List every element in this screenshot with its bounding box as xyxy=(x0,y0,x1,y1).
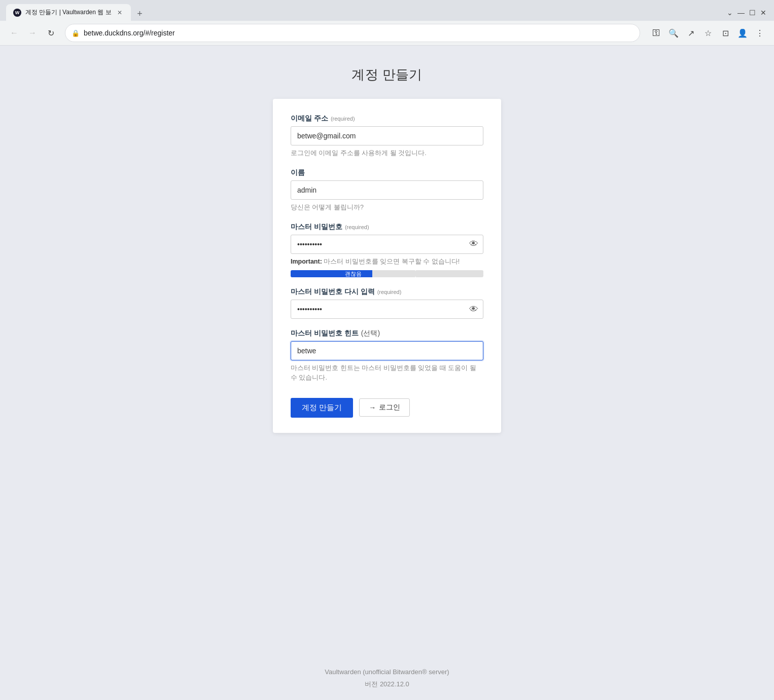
address-bar[interactable]: 🔒 betwe.duckdns.org/#/register xyxy=(65,24,640,42)
important-label: Important: xyxy=(291,258,322,265)
name-hint: 당신은 어떻게 불립니까? xyxy=(291,203,483,212)
active-tab[interactable]: W 계정 만들기 | Vaultwarden 웹 보 ✕ xyxy=(6,4,131,21)
key-button[interactable]: ⚿ xyxy=(648,25,664,41)
share-button[interactable]: ↗ xyxy=(683,25,699,41)
page-title: 계정 만들기 xyxy=(351,66,422,84)
title-bar: W 계정 만들기 | Vaultwarden 웹 보 ✕ + ⌄ — ☐ xyxy=(0,0,774,21)
master-password-input[interactable] xyxy=(291,235,483,254)
email-label: 이메일 주소 (required) xyxy=(291,114,483,123)
hint-field-group: 마스터 비밀번호 힌트 (선택) 마스터 비밀번호 힌트는 마스터 비밀번호를 … xyxy=(291,329,483,383)
tab-favicon: W xyxy=(13,9,21,17)
login-button[interactable]: → 로그인 xyxy=(359,398,410,417)
form-actions: 계정 만들기 → 로그인 xyxy=(291,398,483,418)
split-view-button[interactable]: ⊡ xyxy=(717,25,733,41)
minimize-button[interactable]: — xyxy=(736,8,746,17)
toolbar-actions: ⚿ 🔍 ↗ ☆ ⊡ 👤 ⋮ xyxy=(648,25,768,41)
email-required-badge: (required) xyxy=(331,116,355,122)
master-confirm-label: 마스터 비밀번호 다시 입력 (required) xyxy=(291,287,483,297)
window-controls: ⌄ — ☐ ✕ xyxy=(725,8,768,17)
profile-button[interactable]: 👤 xyxy=(734,25,751,41)
registration-form: 이메일 주소 (required) 로그인에 이메일 주소를 사용하게 될 것입… xyxy=(273,99,501,433)
login-icon: → xyxy=(369,403,376,412)
name-label: 이름 xyxy=(291,168,483,177)
login-label: 로그인 xyxy=(379,403,400,412)
name-field-group: 이름 당신은 어떻게 불립니까? xyxy=(291,168,483,212)
master-confirm-field-group: 마스터 비밀번호 다시 입력 (required) 👁 xyxy=(291,287,483,319)
master-password-wrapper: 👁 xyxy=(291,235,483,254)
master-confirm-wrapper: 👁 xyxy=(291,300,483,319)
browser-chrome: W 계정 만들기 | Vaultwarden 웹 보 ✕ + ⌄ — ☐ xyxy=(0,0,774,46)
tab-close-button[interactable]: ✕ xyxy=(116,9,124,17)
footer-line1: Vaultwarden (unofficial Bitwarden® serve… xyxy=(10,666,764,678)
email-hint: 로그인에 이메일 주소를 사용하게 될 것입니다. xyxy=(291,149,483,158)
url-text: betwe.duckdns.org/#/register xyxy=(84,29,634,37)
search-button[interactable]: 🔍 xyxy=(665,25,682,41)
warning-text: 마스터 비밀번호를 잊으면 복구할 수 없습니다! xyxy=(324,258,460,265)
page-content: 계정 만들기 이메일 주소 (required) 로그인에 이메일 주소를 사용… xyxy=(0,46,774,656)
master-password-label: 마스터 비밀번호 (required) xyxy=(291,223,483,232)
hint-optional-badge: (선택) xyxy=(361,329,380,338)
toggle-confirm-password-button[interactable]: 👁 xyxy=(469,304,478,315)
hint-input[interactable] xyxy=(291,341,483,360)
name-input[interactable] xyxy=(291,180,483,200)
footer-line2: 버전 2022.12.0 xyxy=(10,678,764,690)
email-field-group: 이메일 주소 (required) 로그인에 이메일 주소를 사용하게 될 것입… xyxy=(291,114,483,158)
toggle-master-password-button[interactable]: 👁 xyxy=(469,239,478,249)
maximize-button[interactable]: ☐ xyxy=(748,8,757,17)
tab-title: 계정 만들기 | Vaultwarden 웹 보 xyxy=(25,8,112,17)
strength-label: 괜찮음 xyxy=(291,270,416,277)
email-input[interactable] xyxy=(291,126,483,145)
master-confirm-input[interactable] xyxy=(291,300,483,319)
chevron-down-icon[interactable]: ⌄ xyxy=(725,8,734,17)
close-button[interactable]: ✕ xyxy=(759,8,768,17)
back-button[interactable]: ← xyxy=(6,25,22,41)
footer: Vaultwarden (unofficial Bitwarden® serve… xyxy=(0,656,774,700)
hint-description: 마스터 비밀번호 힌트는 마스터 비밀번호를 잊었을 때 도움이 될 수 있습니… xyxy=(291,363,483,383)
bookmark-button[interactable]: ☆ xyxy=(700,25,716,41)
hint-label: 마스터 비밀번호 힌트 (선택) xyxy=(291,329,483,338)
menu-button[interactable]: ⋮ xyxy=(752,25,768,41)
new-tab-button[interactable]: + xyxy=(133,7,147,21)
password-strength-bar: 괜찮음 xyxy=(291,270,483,277)
master-password-required-badge: (required) xyxy=(345,224,369,230)
master-confirm-required-badge: (required) xyxy=(377,289,402,295)
toolbar: ← → ↻ 🔒 betwe.duckdns.org/#/register ⚿ 🔍… xyxy=(0,21,774,45)
strength-bar-outer: 괜찮음 xyxy=(291,270,416,277)
master-password-warning: Important: 마스터 비밀번호를 잊으면 복구할 수 없습니다! xyxy=(291,257,483,267)
create-account-button[interactable]: 계정 만들기 xyxy=(291,398,353,418)
master-password-field-group: 마스터 비밀번호 (required) 👁 Important: 마스터 비밀번… xyxy=(291,223,483,278)
lock-icon: 🔒 xyxy=(72,29,80,37)
refresh-button[interactable]: ↻ xyxy=(43,25,59,41)
forward-button[interactable]: → xyxy=(24,25,41,41)
